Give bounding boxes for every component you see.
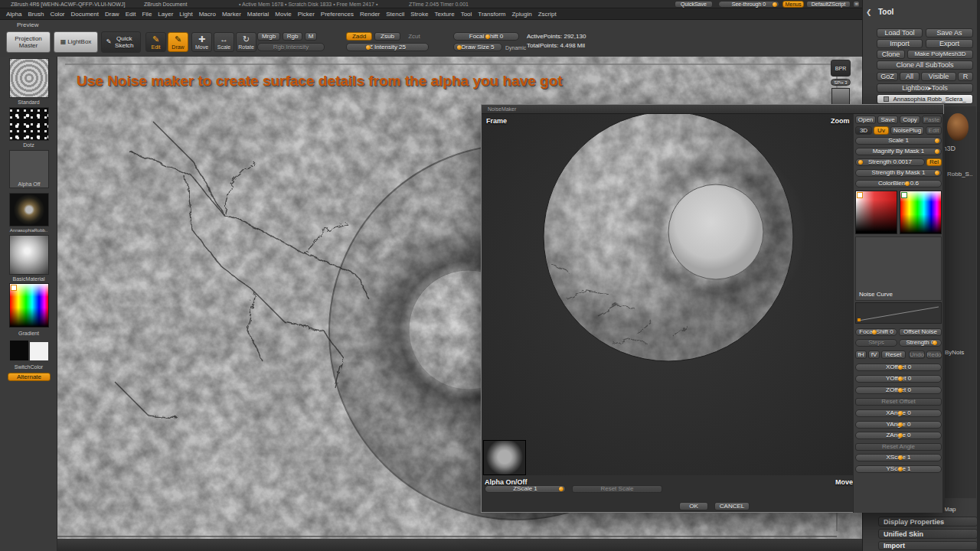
clone-all-subtools-button[interactable]: Clone All SubTools [877, 60, 973, 70]
see-through-handle[interactable] [773, 2, 777, 7]
color-picker-gradient[interactable] [9, 283, 49, 328]
noise-curve-editor[interactable]: Noise Curve [855, 236, 942, 301]
display-properties-section[interactable]: Display Properties [878, 517, 978, 527]
save-as-button[interactable]: Save As [926, 28, 973, 37]
import-section[interactable]: Import [878, 541, 978, 550]
yangle-slider[interactable]: YAngle 0 [855, 421, 942, 429]
magnify-handle[interactable] [935, 149, 939, 154]
xscale-handle[interactable] [898, 455, 903, 460]
save-button[interactable]: Save [877, 116, 898, 124]
color-swatch[interactable] [11, 285, 17, 291]
stroke-thumbnail-dotz[interactable] [9, 107, 49, 141]
panel-scrollbar[interactable] [942, 114, 945, 513]
scale-mode-button[interactable]: ↔Scale [214, 32, 234, 52]
zscale-slider[interactable]: ZScale 1 [485, 485, 566, 493]
material-thumbnail-basic[interactable] [9, 235, 49, 275]
cancel-button[interactable]: CANCEL [714, 502, 750, 510]
export-button[interactable]: Export [926, 39, 973, 48]
rel-button[interactable]: Rel [926, 158, 942, 166]
ok-button[interactable]: OK [679, 502, 708, 510]
focal-shift-handle[interactable] [485, 34, 490, 39]
menu-item-layer[interactable]: Layer [158, 11, 173, 18]
menu-item-stencil[interactable]: Stencil [386, 11, 404, 18]
menu-item-zplugin[interactable]: Zplugin [511, 11, 531, 18]
rgb-intensity-slider[interactable]: Rgb Intensity [257, 43, 325, 51]
scale-handle[interactable] [935, 139, 939, 143]
secondary-color-swatch[interactable] [29, 341, 49, 361]
noise-color-swatch-b[interactable] [901, 192, 907, 198]
menu-item-render[interactable]: Render [360, 11, 380, 18]
menu-item-draw[interactable]: Draw [105, 11, 119, 18]
reset-angle-button[interactable]: Reset Angle [855, 443, 942, 451]
yangle-handle[interactable] [898, 422, 903, 427]
steps-slider[interactable]: Steps [855, 339, 897, 347]
offset-strength-handle[interactable] [933, 341, 937, 345]
menu-item-transform[interactable]: Transform [478, 11, 505, 18]
alpha-thumbnail-eye-texture[interactable] [9, 193, 49, 227]
edit-mode-button[interactable]: ✎Edit [145, 32, 166, 52]
quick-sketch-button[interactable]: ✎ Quick Sketch [101, 31, 141, 53]
alpha-preview-thumbnail[interactable] [483, 440, 526, 475]
import-button[interactable]: Import [877, 39, 923, 48]
menu-item-preferences[interactable]: Preferences [321, 11, 354, 18]
goz-button[interactable]: GoZ [877, 72, 898, 81]
clone-button[interactable]: Clone [877, 50, 905, 59]
reset-offset-button[interactable]: Reset Offset [855, 398, 942, 406]
draw-size-slider[interactable]: Draw Size 5 [453, 43, 502, 51]
menu-item-tool[interactable]: Tool [461, 11, 472, 18]
menu-item-document[interactable]: Document [71, 11, 99, 18]
magnify-by-mask-slider[interactable]: Magnify By Mask 1 [855, 148, 942, 155]
menu-item-alpha[interactable]: Alpha [6, 11, 21, 18]
move-mode-button[interactable]: ✚Move [191, 32, 212, 52]
zoom-button[interactable]: Zoom [831, 117, 850, 125]
main-color-swatch[interactable] [9, 340, 29, 361]
projection-master-button[interactable]: Projection Master [6, 31, 51, 53]
lightbox-tools-button[interactable]: Lightbox▸Tools [877, 83, 973, 93]
yscale-handle[interactable] [898, 467, 903, 471]
goz-all-button[interactable]: All [900, 72, 920, 81]
mrgb-button[interactable]: Mrgb [257, 32, 280, 41]
goz-r-button[interactable]: R [958, 72, 973, 81]
curve-reset-button[interactable]: Reset [881, 350, 906, 359]
menu-item-material[interactable]: Material [247, 11, 269, 18]
spix-slider[interactable]: SPix 3 [831, 79, 851, 86]
panel-focal-shift-slider[interactable]: Focal Shift 0 [855, 328, 897, 336]
menu-item-marker[interactable]: Marker [222, 11, 241, 18]
offset-strength-slider[interactable]: Strength 0 [899, 339, 942, 347]
flip-h-button[interactable]: fH [855, 350, 867, 359]
offset-noise-button[interactable]: Offset Noise [899, 328, 942, 336]
zangle-slider[interactable]: ZAngle 0 [855, 432, 942, 439]
alpha-thumbnail-off[interactable]: Alpha Off [9, 150, 49, 188]
noise-curve-graph[interactable] [855, 302, 942, 324]
menu-item-zscript[interactable]: Zscript [538, 11, 557, 18]
m-button[interactable]: M [305, 32, 317, 41]
menu-item-texture[interactable]: Texture [434, 11, 454, 18]
active-tool-row[interactable]: Annasophia Robb_Sclera_ [877, 94, 973, 104]
rgb-button[interactable]: Rgb [283, 32, 302, 41]
strength-by-mask-slider[interactable]: Strength By Mask 1 [855, 169, 942, 177]
z-intensity-handle[interactable] [366, 45, 371, 50]
menu-item-edit[interactable]: Edit [126, 11, 136, 18]
noise-color-picker-b[interactable] [900, 191, 942, 234]
panel-focal-shift-handle[interactable] [872, 330, 877, 334]
rotate-mode-button[interactable]: ↻Rotate [236, 32, 256, 52]
menu-item-picker[interactable]: Picker [298, 11, 315, 18]
zsub-button[interactable]: Zsub [374, 32, 400, 41]
zangle-handle[interactable] [898, 433, 903, 438]
menu-list-icon[interactable]: ≡ [853, 1, 860, 8]
redo-button[interactable]: Redo [926, 350, 942, 359]
draw-mode-button[interactable]: ✎Draw [168, 32, 188, 52]
zoffset-handle[interactable] [898, 388, 903, 393]
strength-handle[interactable] [858, 160, 863, 165]
zcut-button[interactable]: Zcut [403, 32, 426, 41]
make-polymesh3d-button[interactable]: Make PolyMesh3D [907, 50, 973, 59]
unified-skin-section[interactable]: Unified Skin [878, 529, 978, 539]
paste-button[interactable]: Paste [922, 116, 942, 124]
menu-item-brush[interactable]: Brush [28, 11, 44, 18]
noise-color-swatch-a[interactable] [857, 192, 863, 198]
draw-size-handle[interactable] [457, 45, 462, 50]
menu-item-stroke[interactable]: Stroke [410, 11, 428, 18]
strength-by-mask-handle[interactable] [935, 171, 939, 175]
edit-button[interactable]: Edit [926, 126, 942, 135]
yoffset-handle[interactable] [898, 377, 903, 381]
